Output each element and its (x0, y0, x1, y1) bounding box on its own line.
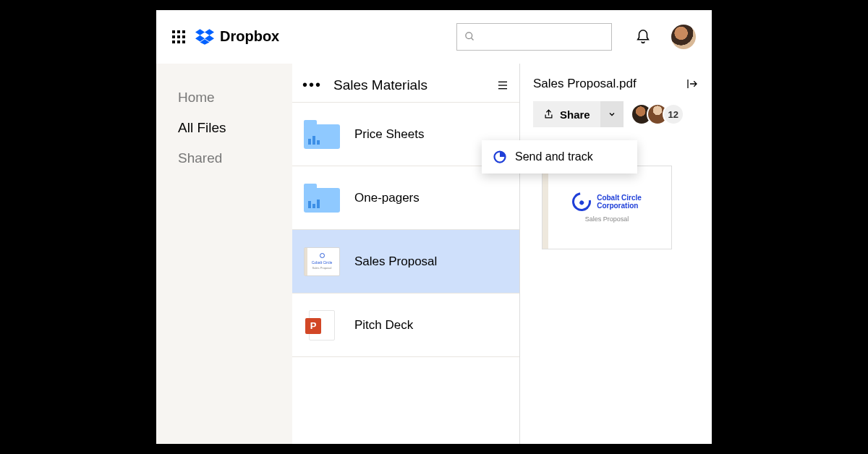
file-row-pitch-deck[interactable]: Pitch Deck (292, 294, 519, 357)
share-row: Share 12 (533, 101, 699, 127)
page-edge (542, 166, 548, 249)
document-preview[interactable]: Cobalt Circle Corporation Sales Proposal (542, 166, 672, 249)
apps-grid-icon[interactable] (172, 30, 185, 43)
share-dropdown-button[interactable] (600, 101, 624, 127)
app-window: Dropbox Home All Files Shared ••• Sales … (156, 10, 712, 444)
app-body: Home All Files Shared ••• Sales Material… (156, 64, 712, 444)
share-label: Share (560, 108, 590, 121)
file-name: Pitch Deck (354, 318, 413, 333)
details-filename: Sales Proposal.pdf (533, 77, 637, 91)
send-and-track-icon (493, 150, 506, 163)
app-header: Dropbox (156, 10, 712, 64)
sidebar-item-shared[interactable]: Shared (178, 150, 292, 166)
collaborator-avatars[interactable]: 12 (631, 103, 684, 125)
svg-line-1 (471, 38, 473, 40)
powerpoint-icon (302, 309, 341, 341)
search-icon (464, 31, 475, 42)
file-name: Price Sheets (354, 127, 424, 142)
file-name: Sales Proposal (354, 254, 437, 269)
share-button[interactable]: Share (533, 101, 600, 127)
preview-subtitle: Sales Proposal (585, 215, 629, 223)
file-row-sales-proposal[interactable]: Cobalt Circle Sales Proposal Sales Propo… (292, 230, 519, 294)
more-actions-icon[interactable]: ••• (302, 77, 322, 93)
preview-company-name: Cobalt Circle Corporation (597, 194, 642, 210)
chevron-down-icon (608, 110, 616, 119)
share-icon (543, 109, 554, 120)
folder-icon (302, 182, 341, 214)
sidebar-item-home[interactable]: Home (178, 90, 292, 106)
dropbox-logo[interactable]: Dropbox (195, 28, 279, 45)
user-avatar[interactable] (671, 25, 696, 49)
file-row-one-pagers[interactable]: One-pagers (292, 166, 519, 230)
folder-icon (302, 119, 341, 150)
file-name: One-pagers (354, 191, 420, 205)
dropbox-icon (195, 29, 214, 45)
collaborator-count: 12 (663, 103, 684, 125)
cobalt-circle-logo-icon (569, 189, 595, 215)
share-dropdown-menu: Send and track (482, 140, 637, 174)
search-input[interactable] (456, 23, 612, 51)
sidebar: Home All Files Shared (156, 64, 292, 444)
dropbox-wordmark: Dropbox (220, 28, 279, 45)
file-list-pane: ••• Sales Materials Price Sheets One-pag… (292, 64, 520, 444)
folder-header: ••• Sales Materials (292, 64, 519, 103)
view-options-icon[interactable] (496, 80, 509, 91)
details-pane: Sales Proposal.pdf Share 12 (520, 64, 712, 444)
svg-point-0 (466, 33, 472, 39)
notifications-icon[interactable] (635, 29, 651, 45)
expand-pane-icon[interactable] (686, 77, 699, 90)
document-icon: Cobalt Circle Sales Proposal (302, 246, 341, 278)
sidebar-item-all-files[interactable]: All Files (178, 120, 292, 136)
send-and-track-item[interactable]: Send and track (515, 150, 593, 163)
folder-title: Sales Materials (333, 77, 496, 93)
